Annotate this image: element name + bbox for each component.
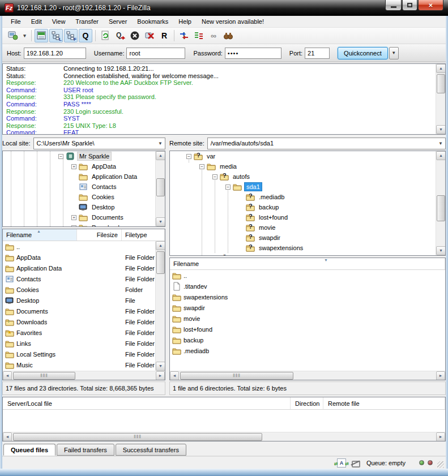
local-file-row[interactable]: Local SettingsFile Folder — [3, 349, 155, 359]
remote-file-row[interactable]: backup — [170, 335, 445, 345]
local-tree-scrollbar-thumb[interactable] — [156, 178, 165, 196]
queue-hscrollbar[interactable]: ◄ ⦀⦀⦀ ► — [3, 432, 445, 441]
local-list-hscrollbar[interactable]: ◄ ⦀⦀⦀ ► — [3, 371, 165, 380]
remote-tree-item[interactable]: ?movie — [170, 222, 445, 233]
local-file-row[interactable]: Application DataFile Folder — [3, 263, 155, 273]
scroll-down-icon[interactable]: ▼ — [156, 362, 165, 371]
chevron-down-icon[interactable]: ▼ — [156, 138, 165, 149]
menu-item-view[interactable]: View — [47, 17, 71, 26]
local-file-row[interactable]: AppDataFile Folder — [3, 252, 155, 263]
local-file-row[interactable]: CookiesFolder — [3, 284, 155, 295]
remote-tree-scrollbar-thumb[interactable] — [437, 195, 445, 221]
local-list-hscrollbar-thumb[interactable]: ⦀⦀⦀ — [13, 372, 75, 380]
expander-expand-icon[interactable]: + — [71, 215, 76, 220]
scroll-down-icon[interactable]: ▼ — [156, 217, 165, 226]
expander-collapse-icon[interactable]: − — [58, 154, 63, 159]
column-header-filesize[interactable]: Filesize — [77, 229, 122, 241]
remote-tree-item[interactable]: ?swapextensions — [170, 243, 445, 253]
tab-successful-transfers[interactable]: Successful transfers — [116, 444, 186, 456]
local-tree-item[interactable]: +↓Downloads — [3, 222, 165, 227]
local-tree-item[interactable]: Desktop — [3, 202, 165, 212]
local-file-row[interactable]: .. — [3, 241, 155, 252]
refresh-button[interactable] — [99, 29, 112, 42]
column-header-filetype[interactable]: Filetype — [122, 229, 165, 241]
port-input[interactable] — [305, 48, 330, 59]
directory-comparison-button[interactable] — [177, 29, 191, 42]
remote-tree-item[interactable]: −?autofs — [170, 171, 445, 182]
find-files-button[interactable] — [221, 29, 235, 42]
local-file-row[interactable]: ↓DownloadsFile Folder — [3, 316, 155, 327]
disconnect-button[interactable] — [143, 29, 156, 42]
local-file-row[interactable]: ★FavoritesFile Folder — [3, 327, 155, 338]
close-button[interactable]: ✕ — [418, 0, 443, 11]
menu-item-file[interactable]: File — [6, 17, 26, 26]
menu-item-server[interactable]: Server — [104, 17, 132, 26]
queue-column-remote-file[interactable]: Remote file — [323, 397, 445, 409]
scroll-left-icon[interactable]: ◄ — [3, 432, 12, 441]
scroll-right-icon[interactable]: ► — [156, 371, 165, 380]
quickconnect-dropdown-button[interactable]: ▼ — [389, 47, 399, 59]
scroll-right-icon[interactable]: ► — [436, 432, 445, 441]
titlebar[interactable]: Fz 192.168.1.20 - root@192.168.1.20 - Fi… — [0, 0, 448, 16]
remote-file-row[interactable]: .. — [170, 270, 445, 281]
local-file-row[interactable]: LinksFile Folder — [3, 338, 155, 349]
remote-site-combo[interactable]: /var/media/autofs/sda1 ▼ — [207, 138, 446, 149]
local-file-row[interactable]: DocumentsFile Folder — [3, 306, 155, 316]
remote-list-hscrollbar[interactable]: ◄ ⦀⦀⦀ ► — [170, 371, 445, 380]
remote-list-hscrollbar-thumb[interactable]: ⦀⦀⦀ — [180, 372, 293, 380]
menu-item-new-version-available[interactable]: New version available! — [197, 17, 269, 26]
maximize-button[interactable] — [402, 0, 417, 11]
scroll-left-icon[interactable]: ◄ — [170, 371, 179, 380]
remote-file-row[interactable]: .titandev — [170, 281, 445, 291]
local-tree-item[interactable]: Application Data — [3, 171, 165, 182]
local-tree-item[interactable]: Contacts — [3, 182, 165, 192]
log-scrollbar[interactable]: ▲ ▼ — [436, 64, 445, 134]
scroll-down-icon[interactable]: ▼ — [436, 125, 446, 134]
toggle-remote-tree-button[interactable]: F — [64, 29, 78, 42]
scroll-left-icon[interactable]: ◄ — [3, 371, 12, 380]
remote-tree-item[interactable]: ?swapdir — [170, 233, 445, 243]
expander-expand-icon[interactable]: + — [71, 225, 76, 228]
tab-queued-files[interactable]: Queued files — [3, 444, 56, 456]
password-input[interactable] — [225, 48, 281, 59]
local-list-scrollbar[interactable]: ▲ ▼ — [155, 241, 165, 371]
menu-item-bookmarks[interactable]: Bookmarks — [132, 17, 173, 26]
remote-tree-item[interactable]: ?backup — [170, 202, 445, 212]
remote-tree-item[interactable]: −media — [170, 161, 445, 171]
local-file-row[interactable]: ContactsFile Folder — [3, 273, 155, 284]
queue-column-server-local-file[interactable]: Server/Local file — [3, 397, 291, 409]
unencrypted-connection-icon[interactable] — [351, 459, 360, 467]
site-manager-dropdown-button[interactable]: ▾ — [21, 29, 28, 42]
process-queue-button[interactable]: Q — [113, 29, 127, 42]
local-tree-item[interactable]: −Mr Sparkle — [3, 151, 165, 161]
scroll-up-icon[interactable]: ▲ — [156, 151, 165, 160]
queue-column-direction[interactable]: Direction — [291, 397, 323, 409]
remote-tree-item[interactable]: ?dvd — [170, 253, 445, 256]
quickconnect-button[interactable]: Quickconnect — [338, 47, 388, 59]
remote-tree-scrollbar[interactable]: ▲ ▼ — [436, 151, 445, 255]
local-file-row[interactable]: DesktopFile — [3, 295, 155, 306]
scroll-up-icon[interactable]: ▲ — [436, 64, 446, 73]
expander-expand-icon[interactable]: + — [71, 164, 76, 169]
toggle-message-log-button[interactable] — [35, 29, 48, 42]
local-site-combo[interactable]: C:\Users\Mr Sparkle\ ▼ — [33, 138, 165, 149]
username-input[interactable] — [126, 48, 185, 59]
log-scrollbar-thumb[interactable] — [437, 74, 445, 93]
column-header-filename[interactable]: Filename▲ — [3, 229, 77, 241]
synchronized-browsing-button[interactable]: ∞ — [207, 29, 220, 42]
local-tree-scrollbar[interactable]: ▲ ▼ — [155, 151, 165, 226]
local-tree-item[interactable]: +Documents — [3, 212, 165, 222]
scroll-up-icon[interactable]: ▲ — [436, 151, 446, 160]
remote-file-row[interactable]: .mediadb — [170, 345, 445, 356]
menu-item-transfer[interactable]: Transfer — [70, 17, 104, 26]
chevron-down-icon[interactable]: ▼ — [436, 138, 445, 149]
scroll-up-icon[interactable]: ▲ — [156, 241, 165, 250]
local-tree-item[interactable]: +AppData — [3, 161, 165, 171]
host-input[interactable] — [24, 48, 86, 59]
remote-tree-item[interactable]: ?.mediadb — [170, 192, 445, 202]
expander-collapse-icon[interactable]: − — [225, 185, 231, 190]
resize-grip[interactable] — [437, 461, 444, 468]
menu-item-help[interactable]: Help — [173, 17, 197, 26]
remote-tree-item[interactable]: ?lost+found — [170, 212, 445, 222]
minimize-button[interactable] — [385, 0, 402, 11]
